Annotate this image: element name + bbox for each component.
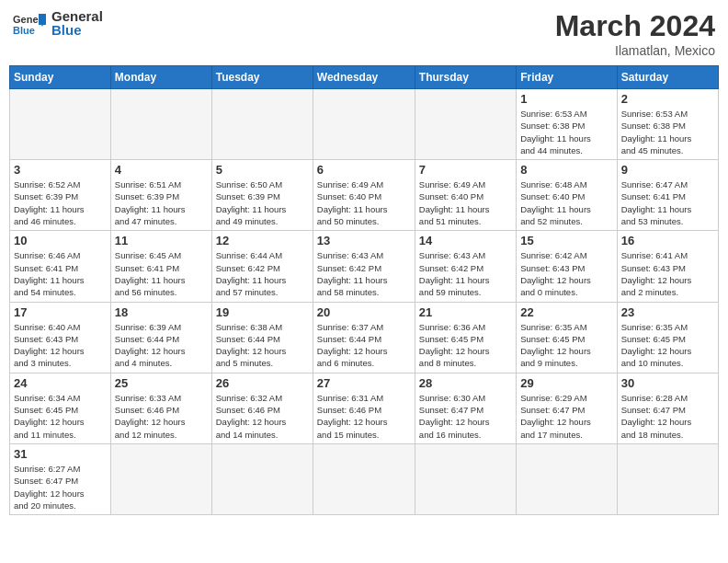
calendar-day-cell: 11Sunrise: 6:45 AM Sunset: 6:41 PM Dayli… — [110, 231, 211, 302]
calendar-day-cell: 2Sunrise: 6:53 AM Sunset: 6:38 PM Daylig… — [617, 89, 718, 160]
calendar-week-row: 31Sunrise: 6:27 AM Sunset: 6:47 PM Dayli… — [10, 443, 719, 514]
day-info: Sunrise: 6:40 AM Sunset: 6:43 PM Dayligh… — [14, 321, 107, 370]
calendar-day-cell: 3Sunrise: 6:52 AM Sunset: 6:39 PM Daylig… — [10, 160, 111, 231]
svg-text:Blue: Blue — [13, 25, 35, 36]
day-number: 3 — [14, 163, 107, 177]
calendar-day-cell — [211, 89, 313, 160]
day-info: Sunrise: 6:36 AM Sunset: 6:45 PM Dayligh… — [419, 321, 512, 370]
calendar-day-cell — [110, 443, 211, 514]
calendar-day-cell — [313, 443, 415, 514]
logo-general-text: General — [51, 9, 103, 23]
calendar-day-cell: 30Sunrise: 6:28 AM Sunset: 6:47 PM Dayli… — [617, 373, 718, 443]
day-info: Sunrise: 6:35 AM Sunset: 6:45 PM Dayligh… — [621, 321, 714, 370]
calendar-day-cell — [110, 89, 211, 160]
calendar-day-cell: 6Sunrise: 6:49 AM Sunset: 6:40 PM Daylig… — [313, 160, 415, 231]
title-block: March 2024 Ilamatlan, Mexico — [555, 9, 715, 58]
day-number: 10 — [14, 234, 107, 247]
location-subtitle: Ilamatlan, Mexico — [555, 43, 715, 58]
calendar-day-cell: 22Sunrise: 6:35 AM Sunset: 6:45 PM Dayli… — [517, 302, 617, 373]
day-info: Sunrise: 6:31 AM Sunset: 6:46 PM Dayligh… — [317, 392, 411, 441]
day-info: Sunrise: 6:42 AM Sunset: 6:43 PM Dayligh… — [520, 249, 612, 298]
day-info: Sunrise: 6:32 AM Sunset: 6:46 PM Dayligh… — [216, 392, 309, 441]
day-of-week-header: Saturday — [617, 66, 718, 89]
day-info: Sunrise: 6:34 AM Sunset: 6:45 PM Dayligh… — [14, 392, 107, 441]
day-number: 17 — [14, 305, 107, 319]
calendar-day-cell: 7Sunrise: 6:49 AM Sunset: 6:40 PM Daylig… — [415, 160, 516, 231]
calendar-day-cell — [517, 443, 617, 514]
day-of-week-header: Tuesday — [211, 66, 313, 89]
day-info: Sunrise: 6:27 AM Sunset: 6:47 PM Dayligh… — [14, 463, 107, 511]
calendar-day-cell: 24Sunrise: 6:34 AM Sunset: 6:45 PM Dayli… — [10, 373, 111, 443]
day-number: 15 — [520, 234, 612, 247]
month-year-title: March 2024 — [555, 9, 715, 43]
day-number: 22 — [520, 305, 612, 319]
day-info: Sunrise: 6:48 AM Sunset: 6:40 PM Dayligh… — [520, 178, 612, 227]
day-number: 4 — [115, 163, 208, 177]
day-info: Sunrise: 6:43 AM Sunset: 6:42 PM Dayligh… — [317, 249, 411, 298]
day-info: Sunrise: 6:45 AM Sunset: 6:41 PM Dayligh… — [115, 249, 208, 298]
day-info: Sunrise: 6:37 AM Sunset: 6:44 PM Dayligh… — [317, 321, 411, 370]
calendar-day-cell: 18Sunrise: 6:39 AM Sunset: 6:44 PM Dayli… — [110, 302, 211, 373]
calendar-day-cell: 26Sunrise: 6:32 AM Sunset: 6:46 PM Dayli… — [211, 373, 313, 443]
day-number: 19 — [216, 305, 309, 319]
calendar-day-cell: 4Sunrise: 6:51 AM Sunset: 6:39 PM Daylig… — [110, 160, 211, 231]
calendar-day-cell: 21Sunrise: 6:36 AM Sunset: 6:45 PM Dayli… — [415, 302, 516, 373]
day-number: 5 — [216, 163, 309, 177]
logo-blue-text: Blue — [51, 23, 103, 37]
calendar-day-cell — [313, 89, 415, 160]
calendar-day-cell: 19Sunrise: 6:38 AM Sunset: 6:44 PM Dayli… — [211, 302, 313, 373]
day-number: 20 — [317, 305, 411, 319]
day-number: 28 — [419, 376, 512, 390]
day-number: 8 — [520, 163, 612, 177]
calendar-day-cell — [10, 89, 111, 160]
day-info: Sunrise: 6:51 AM Sunset: 6:39 PM Dayligh… — [115, 178, 208, 227]
calendar-day-cell: 1Sunrise: 6:53 AM Sunset: 6:38 PM Daylig… — [517, 89, 617, 160]
calendar-week-row: 10Sunrise: 6:46 AM Sunset: 6:41 PM Dayli… — [10, 231, 719, 302]
day-number: 23 — [621, 305, 714, 319]
day-info: Sunrise: 6:41 AM Sunset: 6:43 PM Dayligh… — [621, 249, 714, 298]
calendar-day-cell: 28Sunrise: 6:30 AM Sunset: 6:47 PM Dayli… — [415, 373, 516, 443]
calendar-day-cell: 8Sunrise: 6:48 AM Sunset: 6:40 PM Daylig… — [517, 160, 617, 231]
calendar-day-cell: 23Sunrise: 6:35 AM Sunset: 6:45 PM Dayli… — [617, 302, 718, 373]
day-number: 9 — [621, 163, 714, 177]
day-info: Sunrise: 6:53 AM Sunset: 6:38 PM Dayligh… — [520, 108, 612, 156]
calendar-day-cell — [415, 89, 516, 160]
day-of-week-header: Wednesday — [313, 66, 415, 89]
day-info: Sunrise: 6:33 AM Sunset: 6:46 PM Dayligh… — [115, 392, 208, 441]
day-info: Sunrise: 6:30 AM Sunset: 6:47 PM Dayligh… — [419, 392, 512, 441]
day-number: 16 — [621, 234, 714, 247]
calendar-day-cell — [415, 443, 516, 514]
calendar-day-cell — [617, 443, 718, 514]
day-number: 13 — [317, 234, 411, 247]
day-info: Sunrise: 6:39 AM Sunset: 6:44 PM Dayligh… — [115, 321, 208, 370]
calendar-day-cell: 20Sunrise: 6:37 AM Sunset: 6:44 PM Dayli… — [313, 302, 415, 373]
day-number: 26 — [216, 376, 309, 390]
generalblue-logo-icon: General Blue — [13, 10, 46, 36]
day-number: 6 — [317, 163, 411, 177]
day-number: 18 — [115, 305, 208, 319]
day-info: Sunrise: 6:46 AM Sunset: 6:41 PM Dayligh… — [14, 249, 107, 298]
day-of-week-header: Monday — [110, 66, 211, 89]
day-number: 14 — [419, 234, 512, 247]
calendar-day-cell: 17Sunrise: 6:40 AM Sunset: 6:43 PM Dayli… — [10, 302, 111, 373]
calendar-table: SundayMondayTuesdayWednesdayThursdayFrid… — [9, 65, 719, 515]
day-info: Sunrise: 6:44 AM Sunset: 6:42 PM Dayligh… — [216, 249, 309, 298]
day-info: Sunrise: 6:49 AM Sunset: 6:40 PM Dayligh… — [317, 178, 411, 227]
day-info: Sunrise: 6:43 AM Sunset: 6:42 PM Dayligh… — [419, 249, 512, 298]
calendar-day-cell: 12Sunrise: 6:44 AM Sunset: 6:42 PM Dayli… — [211, 231, 313, 302]
day-number: 1 — [520, 92, 612, 106]
calendar-day-cell — [211, 443, 313, 514]
calendar-day-cell: 29Sunrise: 6:29 AM Sunset: 6:47 PM Dayli… — [517, 373, 617, 443]
day-of-week-header: Thursday — [415, 66, 516, 89]
day-info: Sunrise: 6:47 AM Sunset: 6:41 PM Dayligh… — [621, 178, 714, 227]
calendar-day-cell: 13Sunrise: 6:43 AM Sunset: 6:42 PM Dayli… — [313, 231, 415, 302]
calendar-day-cell: 31Sunrise: 6:27 AM Sunset: 6:47 PM Dayli… — [10, 443, 111, 514]
day-number: 30 — [621, 376, 714, 390]
day-info: Sunrise: 6:38 AM Sunset: 6:44 PM Dayligh… — [216, 321, 309, 370]
calendar-day-cell: 15Sunrise: 6:42 AM Sunset: 6:43 PM Dayli… — [517, 231, 617, 302]
day-info: Sunrise: 6:52 AM Sunset: 6:39 PM Dayligh… — [14, 178, 107, 227]
day-info: Sunrise: 6:53 AM Sunset: 6:38 PM Dayligh… — [621, 108, 714, 156]
day-of-week-header: Sunday — [10, 66, 111, 89]
calendar-week-row: 24Sunrise: 6:34 AM Sunset: 6:45 PM Dayli… — [10, 373, 719, 443]
day-info: Sunrise: 6:50 AM Sunset: 6:39 PM Dayligh… — [216, 178, 309, 227]
